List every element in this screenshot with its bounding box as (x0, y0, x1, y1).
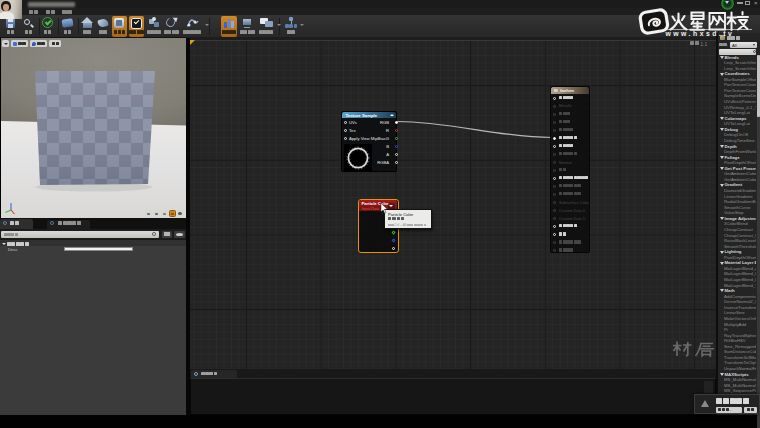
svg-text:www.hxsd.tv: www.hxsd.tv (665, 30, 735, 37)
